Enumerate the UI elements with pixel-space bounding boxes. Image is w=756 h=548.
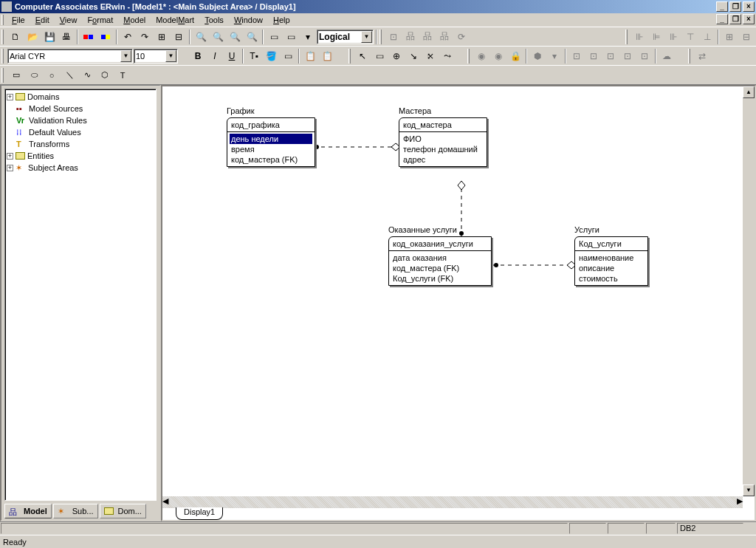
palette-button[interactable]	[80, 29, 97, 44]
save-button[interactable]: 💾	[41, 29, 58, 44]
display-tab[interactable]: Display1	[176, 507, 223, 520]
mm-merge-button[interactable]: 品	[436, 29, 453, 44]
maximize-button[interactable]: ❐	[729, 1, 741, 12]
menu-view[interactable]: View	[55, 15, 83, 25]
vertical-scrollbar[interactable]: ▲ ▼	[743, 86, 755, 496]
line-tool[interactable]: ＼	[61, 67, 78, 83]
canvas-inner[interactable]: График код_графика день недели время код…	[162, 86, 743, 496]
rectangle-tool[interactable]: ▭	[8, 67, 24, 83]
close-button[interactable]: ×	[743, 1, 755, 12]
align-left-button[interactable]: ⊪	[631, 29, 647, 44]
mm-connect-button[interactable]: ⊡	[385, 29, 402, 44]
mdi-minimize-button[interactable]: _	[716, 14, 728, 24]
menu-help[interactable]: Help	[268, 15, 295, 25]
palette2-button[interactable]	[97, 29, 114, 44]
menu-modelmart[interactable]: ModelMart	[151, 15, 199, 25]
entity-attrs[interactable]: ФИО телефон домашний адрес	[399, 132, 487, 166]
horizontal-scrollbar[interactable]: ◀ ▶	[162, 496, 743, 508]
menu-format[interactable]: Format	[82, 15, 118, 25]
explorer-tab-subject[interactable]: ✶ Sub...	[53, 504, 98, 518]
entity-pk[interactable]: код_графика	[227, 118, 315, 132]
report-button[interactable]: ☁	[659, 48, 675, 64]
entity-attrs[interactable]: наименование описание стоимость	[575, 251, 647, 285]
transform-4-button[interactable]: ▾	[546, 48, 563, 64]
minimize-button[interactable]: _	[716, 1, 728, 12]
explorer-tree[interactable]: + Domains ▪▪ Model Sources Vr Validation…	[4, 89, 157, 501]
copy-format-button[interactable]: 📋	[302, 48, 318, 64]
many-many-tool[interactable]: ⤪	[422, 48, 439, 64]
view-3-button[interactable]: ⊡	[602, 48, 619, 64]
entity-pk[interactable]: код_мастера	[399, 118, 487, 132]
tree-item-subject-areas[interactable]: +✶ Subject Areas	[7, 162, 154, 174]
polygon-tool[interactable]: ⬡	[97, 67, 113, 83]
zoom-out-button[interactable]: 🔍	[210, 29, 226, 44]
transform-1-button[interactable]: ◉	[473, 48, 489, 64]
entity-level-button[interactable]: ⊞	[154, 29, 170, 44]
italic-button[interactable]: I	[207, 48, 223, 64]
nonidentifying-rel-tool[interactable]: ⤳	[439, 48, 456, 64]
entity-mastera[interactable]: Мастера код_мастера ФИО телефон домашний…	[399, 117, 487, 167]
diagram-canvas[interactable]: График код_графика день недели время код…	[161, 85, 756, 521]
view-4-button[interactable]: ⊡	[619, 48, 636, 64]
view-1-button[interactable]: ⊡	[568, 48, 585, 64]
mm-open-button[interactable]: 品	[402, 29, 419, 44]
scroll-down-button[interactable]: ▼	[743, 484, 755, 496]
new-button[interactable]: 🗋	[7, 29, 24, 44]
explorer-tab-model[interactable]: 品 Model	[4, 504, 52, 518]
tree-item-domains[interactable]: + Domains	[7, 91, 154, 103]
menu-file[interactable]: File	[7, 15, 30, 25]
entity-pk[interactable]: код_оказания_услуги	[389, 237, 491, 251]
mdi-restore-button[interactable]: ❐	[729, 14, 741, 24]
lock-button[interactable]: 🔒	[507, 48, 523, 64]
dropdown-button[interactable]: ▾	[300, 29, 316, 44]
open-button[interactable]: 📂	[24, 29, 41, 44]
scroll-up-button[interactable]: ▲	[743, 86, 755, 98]
transform-2-button[interactable]: ◉	[490, 48, 506, 64]
explorer-tab-domain[interactable]: Dom...	[100, 504, 146, 518]
align-top-button[interactable]: ⊤	[682, 29, 698, 44]
redo-button[interactable]: ↷	[137, 29, 153, 44]
zoom-fit-button[interactable]: 🔍	[193, 29, 209, 44]
rounded-rect-tool[interactable]: ⬭	[26, 67, 42, 83]
identifying-rel-tool[interactable]: ↘	[405, 48, 422, 64]
zoom-normal-button[interactable]: 🔍	[244, 29, 260, 44]
pointer-tool[interactable]: ↖	[354, 48, 371, 64]
stored-display-button[interactable]: ▭	[266, 29, 282, 44]
print-button[interactable]: 🖶	[58, 29, 75, 44]
menu-window[interactable]: Window	[229, 15, 268, 25]
align-right-button[interactable]: ⊪	[665, 29, 681, 44]
view-5-button[interactable]: ⊡	[636, 48, 653, 64]
text-tool[interactable]: T	[114, 67, 131, 83]
zoom-in-button[interactable]: 🔍	[227, 29, 243, 44]
tree-item-default-values[interactable]: ⁞⁞ Default Values	[7, 126, 154, 138]
view-2-button[interactable]: ⊡	[585, 48, 602, 64]
entity-attrs[interactable]: дата оказания код_мастера (FK) Код_услуг…	[389, 251, 491, 285]
polyline-tool[interactable]: ∿	[79, 67, 95, 83]
entity-uslugi[interactable]: Услуги Код_услуги наименование описание …	[574, 236, 648, 286]
menu-tools[interactable]: Tools	[199, 15, 229, 25]
mm-refresh-button[interactable]: ⟳	[453, 29, 470, 44]
subject-area-button[interactable]: ▭	[283, 29, 299, 44]
fill-color-button[interactable]: 🪣	[263, 48, 279, 64]
scroll-right-button[interactable]: ▶	[737, 496, 743, 506]
text-color-button[interactable]: T▪	[246, 48, 262, 64]
undo-button[interactable]: ↶	[120, 29, 136, 44]
db-sync-button[interactable]: ⇄	[694, 48, 710, 64]
transform-3-button[interactable]: ⬢	[529, 48, 546, 64]
attribute-level-button[interactable]: ⊟	[171, 29, 187, 44]
entity-attrs[interactable]: день недели время код_мастера (FK)	[227, 132, 315, 166]
font-size-combo[interactable]: 10 ▼	[134, 49, 178, 64]
entity-grafik[interactable]: График код_графика день недели время код…	[227, 117, 315, 167]
tree-item-model-sources[interactable]: ▪▪ Model Sources	[7, 103, 154, 114]
group-button[interactable]: ⊞	[721, 29, 738, 44]
entity-okazannye-uslugi[interactable]: Оказанные услуги код_оказания_услуги дат…	[388, 236, 492, 286]
tree-item-transforms[interactable]: T Transforms	[7, 138, 154, 150]
line-color-button[interactable]: ▭	[280, 48, 296, 64]
model-type-selector[interactable]: Logical ▼	[317, 30, 374, 44]
mm-save-button[interactable]: 品	[419, 29, 436, 44]
scroll-left-button[interactable]: ◀	[162, 496, 168, 506]
entity-tool[interactable]: ▭	[371, 48, 388, 64]
entity-pk[interactable]: Код_услуги	[575, 237, 647, 251]
ellipse-tool[interactable]: ○	[44, 67, 60, 83]
align-center-button[interactable]: ⊫	[648, 29, 664, 44]
